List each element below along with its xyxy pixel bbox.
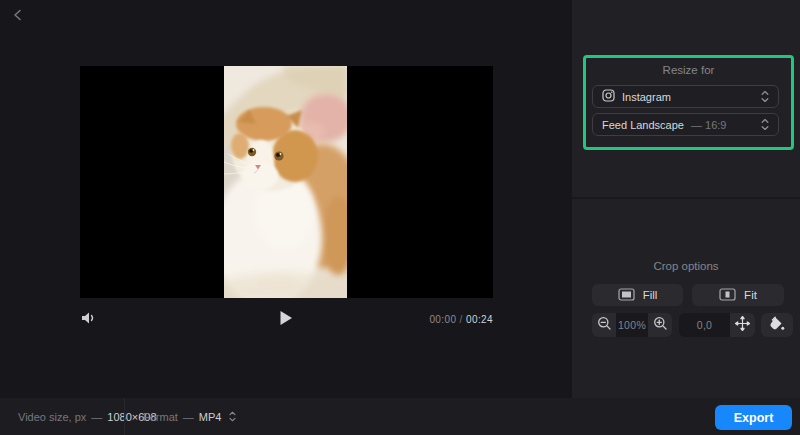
format-select[interactable]: Format — MP4 [143, 398, 236, 435]
video-frame-cat [224, 66, 347, 298]
footer-bar: Video size, px — 1080×608 Format — MP4 E… [0, 398, 800, 435]
chevron-up-down-icon [761, 118, 769, 131]
dash-separator: — [183, 411, 194, 423]
time-display: 00:00 / 00:24 [373, 314, 493, 325]
volume-icon [81, 311, 97, 328]
video-size-info: Video size, px — 1080×608 [18, 398, 157, 435]
zoom-out-button[interactable] [592, 313, 616, 337]
fill-button-label: Fill [643, 289, 658, 301]
duration: 00:24 [466, 314, 493, 325]
preset-select-value: Feed Landscape [602, 119, 684, 131]
format-value: MP4 [199, 411, 222, 423]
format-label: Format [143, 411, 178, 423]
volume-button[interactable] [80, 310, 98, 328]
fit-button[interactable]: Fit [692, 284, 784, 306]
chevron-left-icon [11, 8, 25, 25]
position-field[interactable]: 0,0 [679, 313, 730, 337]
time-separator: / [460, 314, 463, 325]
footer-divider [124, 398, 125, 435]
preset-select-ratio: — 16:9 [691, 119, 726, 131]
back-button[interactable] [8, 6, 28, 26]
current-time: 00:00 [429, 314, 456, 325]
resize-for-panel: Resize for Instagram Feed Landscape — 16… [583, 55, 794, 150]
fit-button-label: Fit [744, 289, 757, 301]
chevron-up-down-icon [229, 411, 236, 422]
sidebar: Resize for Instagram Feed Landscape — 16… [572, 0, 800, 398]
magnifier-minus-icon [597, 316, 612, 334]
fit-icon [719, 288, 736, 303]
magnifier-plus-icon [653, 316, 668, 334]
zoom-in-button[interactable] [648, 313, 672, 337]
export-button[interactable]: Export [715, 405, 792, 430]
background-color-button[interactable] [761, 313, 793, 337]
resize-for-title: Resize for [586, 64, 791, 76]
play-button[interactable] [277, 310, 295, 328]
platform-select-value: Instagram [622, 91, 671, 103]
move-button[interactable] [730, 313, 755, 337]
paint-bucket-icon [769, 316, 785, 334]
fill-icon [618, 288, 635, 303]
sidebar-divider [572, 197, 800, 199]
instagram-icon [602, 88, 615, 106]
app-root: 00:00 / 00:24 Resize for Instagram Feed … [0, 0, 800, 435]
video-size-label: Video size, px [18, 411, 86, 423]
chevron-up-down-icon [761, 90, 769, 103]
crop-options-title: Crop options [572, 260, 800, 272]
video-preview[interactable] [80, 66, 493, 298]
move-icon [735, 316, 750, 334]
fill-button[interactable]: Fill [592, 284, 683, 306]
platform-select[interactable]: Instagram [592, 85, 779, 108]
preset-select[interactable]: Feed Landscape — 16:9 [592, 113, 779, 136]
dash-separator: — [91, 411, 102, 423]
play-icon [279, 310, 293, 329]
zoom-level-field[interactable]: 100% [616, 313, 648, 337]
